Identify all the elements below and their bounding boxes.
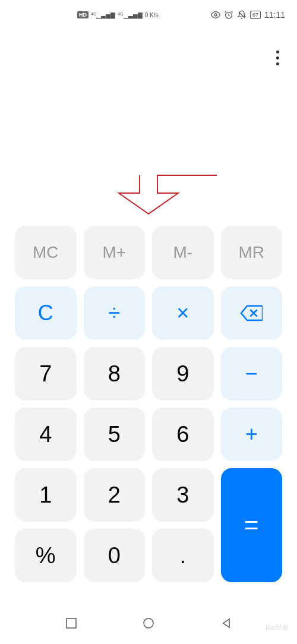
status-bar: HD 4G▁▃▅▇ 4G▁▃▅▇ 0 K/s 67 11:11 xyxy=(0,0,297,30)
watermark: Bai经验 xyxy=(266,623,288,632)
mplus-button[interactable]: M+ xyxy=(84,226,146,279)
seven-button[interactable]: 7 xyxy=(15,347,77,400)
svg-point-0 xyxy=(214,14,217,16)
percent-button[interactable]: % xyxy=(15,529,77,582)
nine-button[interactable]: 9 xyxy=(152,347,214,400)
home-button[interactable] xyxy=(142,617,155,630)
mute-icon xyxy=(237,10,247,20)
two-button[interactable]: 2 xyxy=(84,468,146,522)
network-speed: 0 K/s xyxy=(145,12,159,18)
eye-icon xyxy=(211,10,220,20)
decimal-button[interactable]: . xyxy=(152,529,214,582)
five-button[interactable]: 5 xyxy=(84,408,146,461)
four-button[interactable]: 4 xyxy=(15,408,77,461)
mminus-button[interactable]: M- xyxy=(152,226,214,279)
clear-button[interactable]: C xyxy=(15,286,77,340)
hd-badge: HD xyxy=(77,11,89,18)
status-left: HD 4G▁▃▅▇ 4G▁▃▅▇ 0 K/s xyxy=(77,11,158,18)
plus-button[interactable]: + xyxy=(221,408,283,461)
alarm-icon xyxy=(224,10,233,20)
navigation-bar xyxy=(0,611,297,635)
zero-button[interactable]: 0 xyxy=(84,529,146,582)
six-button[interactable]: 6 xyxy=(152,408,214,461)
back-button[interactable] xyxy=(220,617,233,630)
one-button[interactable]: 1 xyxy=(15,468,77,522)
backspace-button[interactable] xyxy=(221,286,283,340)
minus-button[interactable]: − xyxy=(221,347,283,400)
eight-button[interactable]: 8 xyxy=(84,347,146,400)
svg-point-3 xyxy=(144,618,153,628)
three-button[interactable]: 3 xyxy=(152,468,214,522)
signal-icon-2: 4G▁▃▅▇ xyxy=(118,12,142,18)
multiply-button[interactable]: × xyxy=(152,286,214,340)
battery-icon: 67 xyxy=(250,11,261,19)
signal-icon-1: 4G▁▃▅▇ xyxy=(91,12,115,18)
more-menu-icon[interactable] xyxy=(276,50,279,65)
status-time: 11:11 xyxy=(264,10,285,20)
calculator-keypad: MC M+ M- MR C ÷ × 7 8 9 − 4 5 6 + 1 2 3 … xyxy=(0,226,297,582)
calculator-display xyxy=(0,30,297,226)
status-right: 67 11:11 xyxy=(211,10,285,20)
svg-rect-2 xyxy=(67,618,76,628)
mc-button[interactable]: MC xyxy=(15,226,77,279)
divide-button[interactable]: ÷ xyxy=(84,286,146,340)
recent-apps-button[interactable] xyxy=(65,617,78,630)
backspace-icon xyxy=(240,305,263,321)
equals-button[interactable]: = xyxy=(221,468,283,582)
mr-button[interactable]: MR xyxy=(221,226,283,279)
